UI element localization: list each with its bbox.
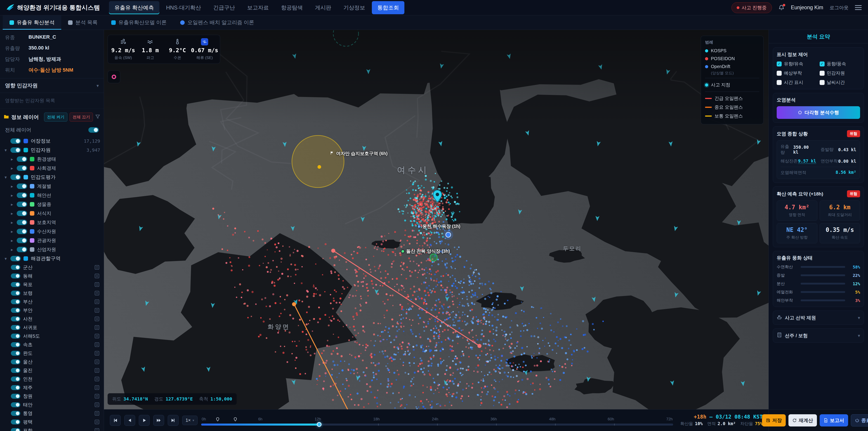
layer-row[interactable]: 수산자원	[0, 227, 104, 236]
layer-toggle[interactable]	[17, 192, 27, 198]
incident-location-pin[interactable]	[432, 189, 442, 203]
station-toggle[interactable]	[11, 316, 20, 321]
station-toggle[interactable]	[11, 420, 20, 425]
layer-row[interactable]: 산업자원	[0, 245, 104, 254]
station-detail-icon[interactable]	[95, 428, 99, 431]
station-row[interactable]: 속초	[0, 340, 104, 349]
station-detail-icon[interactable]	[95, 394, 99, 398]
station-row[interactable]: 군산	[0, 263, 104, 272]
menu-item[interactable]: HNS·대기확산	[161, 1, 207, 14]
menu-item[interactable]: 항공탐색	[276, 1, 308, 14]
display-option-checkbox[interactable]: ✓ 날씨시간	[819, 79, 860, 86]
menu-item[interactable]: 게시판	[309, 1, 337, 14]
station-toggle[interactable]	[11, 291, 20, 296]
fast-forward-button[interactable]	[153, 415, 164, 426]
incident-status-badge[interactable]: 사고 진행중	[732, 2, 772, 13]
layer-row[interactable]: 어장정보 17,129	[0, 136, 104, 146]
layer-toggle[interactable]	[17, 238, 27, 243]
layer-row[interactable]: 서식지	[0, 209, 104, 218]
station-toggle[interactable]	[11, 342, 20, 347]
layer-toggle[interactable]	[10, 175, 21, 180]
expand-chevron-icon[interactable]	[4, 175, 8, 180]
station-row[interactable]: 부안	[0, 306, 104, 315]
filter-funnel-icon[interactable]	[95, 114, 100, 120]
vessel-spec-section[interactable]: 사고 선박 제원 ▾	[773, 311, 864, 325]
skip-start-button[interactable]	[110, 415, 121, 426]
timeline-track[interactable]	[201, 424, 673, 426]
station-toggle[interactable]	[11, 402, 20, 407]
layer-toggle[interactable]	[17, 229, 27, 234]
layer-row[interactable]: 사회경제	[0, 164, 104, 173]
station-toggle[interactable]	[11, 368, 20, 373]
station-row[interactable]: 인천	[0, 375, 104, 383]
notification-bell-icon[interactable]	[778, 4, 784, 11]
station-toggle[interactable]	[11, 428, 20, 431]
expand-chevron-icon[interactable]	[10, 247, 14, 252]
station-row[interactable]: 부산	[0, 298, 104, 306]
station-detail-icon[interactable]	[95, 360, 99, 364]
play-button[interactable]	[139, 415, 150, 426]
expand-chevron-icon[interactable]	[10, 238, 14, 243]
layer-toggle[interactable]	[17, 156, 27, 162]
beach-label[interactable]: 웅천 해수욕장 (1h)	[418, 223, 460, 229]
layer-toggle[interactable]	[10, 138, 21, 144]
station-row[interactable]: 서귀포	[0, 323, 104, 332]
station-row[interactable]: 완도	[0, 349, 104, 358]
station-detail-icon[interactable]	[95, 265, 99, 270]
menu-item[interactable]: 유출유 확산예측	[109, 1, 159, 14]
map-canvas[interactable]	[104, 30, 769, 409]
hamburger-menu-icon[interactable]	[855, 4, 862, 11]
station-toggle[interactable]	[11, 334, 20, 339]
layer-row[interactable]: 관광자원	[0, 236, 104, 245]
logout-button[interactable]: 로그아웃	[830, 4, 848, 11]
layer-row[interactable]: 민감도평가	[0, 173, 104, 182]
station-row[interactable]: 서해5도	[0, 332, 104, 340]
expand-chevron-icon[interactable]	[4, 148, 8, 153]
layer-row[interactable]: 보호지역	[0, 218, 104, 227]
expand-chevron-icon[interactable]	[10, 202, 14, 207]
station-detail-icon[interactable]	[95, 351, 99, 356]
station-row[interactable]: 목포	[0, 280, 104, 289]
step-back-button[interactable]	[124, 415, 135, 426]
station-row[interactable]: 동해	[0, 272, 104, 280]
tab-item[interactable]: 오일펜스 배치 알고리즘 이론	[174, 16, 261, 30]
station-toggle[interactable]	[11, 308, 20, 313]
station-detail-icon[interactable]	[95, 325, 99, 330]
expand-chevron-icon[interactable]	[10, 229, 14, 234]
station-detail-icon[interactable]	[95, 386, 99, 390]
station-row[interactable]: 평택	[0, 418, 104, 426]
station-row[interactable]: 포항	[0, 426, 104, 431]
layer-toggle[interactable]	[10, 147, 21, 153]
station-detail-icon[interactable]	[95, 291, 99, 296]
expand-chevron-icon[interactable]	[4, 256, 8, 261]
display-option-checkbox[interactable]: ✓ 유향/유속	[777, 61, 817, 67]
station-toggle[interactable]	[11, 351, 20, 356]
station-row[interactable]: 창원	[0, 392, 104, 400]
tab-item[interactable]: 분석 목록	[61, 16, 104, 30]
layer-toggle[interactable]	[17, 220, 27, 225]
layer-toggle[interactable]	[17, 211, 27, 216]
station-detail-icon[interactable]	[95, 402, 99, 407]
timeline-marker[interactable]	[216, 417, 219, 423]
station-detail-icon[interactable]	[95, 411, 99, 415]
station-row[interactable]: 울산	[0, 358, 104, 366]
recalculate-button[interactable]: 재계산	[788, 414, 817, 427]
expand-chevron-icon[interactable]	[10, 184, 14, 189]
map-measure-tool-button[interactable]	[107, 70, 120, 83]
station-detail-icon[interactable]	[95, 342, 99, 347]
farm-label[interactable]: 돌산 전복 양식장 (3h)	[401, 248, 450, 254]
menu-item[interactable]: 기상정보	[338, 1, 370, 14]
station-detail-icon[interactable]	[95, 282, 99, 287]
layer-row[interactable]: 민감자원 3,947	[0, 146, 104, 155]
tab-item[interactable]: 유출유확산모델 이론	[104, 16, 174, 30]
layer-toggle[interactable]	[10, 256, 21, 261]
impact-resources-header[interactable]: 영향 민감자원 ▾	[0, 78, 104, 93]
display-option-checkbox[interactable]: ✓ 시간 표시	[777, 79, 817, 86]
station-row[interactable]: 태안	[0, 400, 104, 409]
expand-chevron-icon[interactable]	[10, 193, 14, 198]
station-toggle[interactable]	[11, 265, 20, 270]
owner-insurance-section[interactable]: 선주 / 보험 ▾	[773, 329, 864, 343]
left-sidebar[interactable]: 유종 BUNKER_C 유출량 350.00 kl 담당자 남해청, 방제과	[0, 30, 104, 431]
protected-zone-label[interactable]: 여자만 습지보호구역 (6h)	[330, 151, 388, 157]
menu-item[interactable]: 긴급구난	[208, 1, 240, 14]
